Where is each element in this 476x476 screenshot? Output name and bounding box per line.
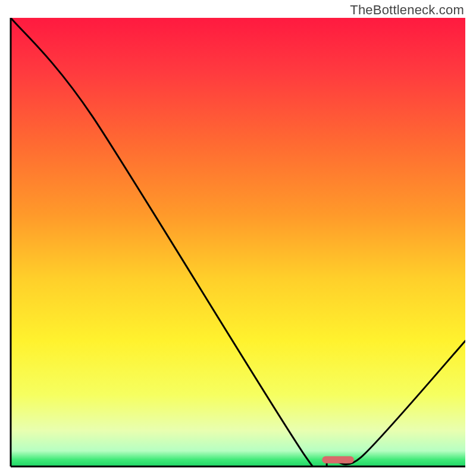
optimum-marker [322,456,353,464]
bottleneck-chart [0,0,476,476]
chart-frame: TheBottleneck.com [0,0,476,476]
watermark-text: TheBottleneck.com [350,2,464,18]
plot-background [11,18,465,466]
